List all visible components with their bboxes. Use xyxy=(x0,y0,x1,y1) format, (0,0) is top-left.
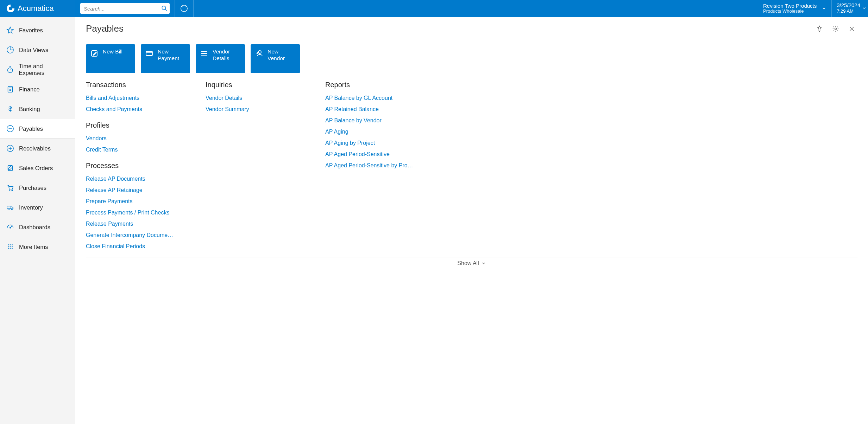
clock-button[interactable] xyxy=(175,0,193,17)
group-title: Processes xyxy=(86,162,191,170)
link[interactable]: Prepare Payments xyxy=(86,196,177,207)
svg-point-21 xyxy=(8,248,9,249)
svg-point-18 xyxy=(8,246,9,248)
sidebar-item-label: Receivables xyxy=(19,145,51,152)
add-user-icon xyxy=(255,49,263,58)
svg-point-27 xyxy=(258,51,261,53)
link[interactable]: Vendor Details xyxy=(206,92,297,104)
grid-icon xyxy=(6,243,14,251)
link[interactable]: AP Aged Period-Sensitive by Pro… xyxy=(325,160,417,171)
group-title: Reports xyxy=(325,81,431,89)
card-icon xyxy=(145,49,153,58)
svg-point-22 xyxy=(10,248,11,249)
plus-circle-icon xyxy=(6,144,14,152)
sidebar-item-time-expenses[interactable]: Time and Expenses xyxy=(0,60,75,79)
minus-circle-icon xyxy=(6,125,14,133)
show-all-toggle[interactable]: Show All xyxy=(86,257,857,271)
link[interactable]: Release AP Retainage xyxy=(86,185,177,196)
search-input[interactable] xyxy=(84,6,161,12)
chevron-down-icon xyxy=(862,6,867,11)
tile-new-bill[interactable]: New Bill xyxy=(86,44,135,73)
link[interactable]: Credit Terms xyxy=(86,144,177,155)
sidebar-item-finance[interactable]: Finance xyxy=(0,79,75,99)
note-icon xyxy=(6,164,14,172)
link[interactable]: Checks and Payments xyxy=(86,104,177,115)
svg-point-10 xyxy=(12,190,13,191)
topbar: Acumatica Revision Two Products Products… xyxy=(0,0,868,17)
sidebar-item-payables[interactable]: Payables xyxy=(0,119,75,139)
link[interactable]: AP Aged Period-Sensitive xyxy=(325,149,417,160)
sidebar: Favorites Data Views Time and Expenses F… xyxy=(0,17,75,424)
link[interactable]: Bills and Adjustments xyxy=(86,92,177,104)
sidebar-item-banking[interactable]: Banking xyxy=(0,99,75,119)
sidebar-item-label: Favorites xyxy=(19,27,43,34)
clock-icon xyxy=(180,5,188,12)
sidebar-item-more[interactable]: More Items xyxy=(0,237,75,257)
gear-icon[interactable] xyxy=(832,25,839,32)
sidebar-item-favorites[interactable]: Favorites xyxy=(0,20,75,40)
sidebar-item-receivables[interactable]: Receivables xyxy=(0,139,75,158)
edit-icon xyxy=(90,49,99,58)
link-column: InquiriesVendor DetailsVendor Summary xyxy=(206,81,311,115)
star-icon xyxy=(6,26,14,34)
pin-icon[interactable] xyxy=(816,25,823,32)
search-icon[interactable] xyxy=(161,5,168,12)
svg-rect-2 xyxy=(11,4,15,8)
brand[interactable]: Acumatica xyxy=(0,0,75,17)
link[interactable]: Release AP Documents xyxy=(86,173,177,185)
sidebar-item-label: Data Views xyxy=(19,47,48,53)
svg-point-13 xyxy=(12,209,13,210)
svg-rect-11 xyxy=(7,206,11,208)
calculator-icon xyxy=(6,85,14,93)
svg-point-12 xyxy=(8,209,10,210)
tile-new-payment[interactable]: New Payment xyxy=(141,44,190,73)
main: Payables New Bill New Payment Vendor Det… xyxy=(75,17,868,424)
sidebar-item-inventory[interactable]: Inventory xyxy=(0,198,75,217)
svg-point-19 xyxy=(10,246,11,248)
search-box[interactable] xyxy=(80,3,170,14)
link[interactable]: AP Aging by Project xyxy=(325,137,417,149)
link[interactable]: Process Payments / Print Checks xyxy=(86,207,177,218)
group-title: Transactions xyxy=(86,81,191,89)
link[interactable]: Vendor Summary xyxy=(206,104,297,115)
sidebar-item-purchases[interactable]: Purchases xyxy=(0,178,75,198)
link[interactable]: AP Aging xyxy=(325,126,417,137)
tiles: New Bill New Payment Vendor Details New … xyxy=(86,44,857,73)
svg-point-23 xyxy=(12,248,13,249)
svg-point-17 xyxy=(12,244,13,245)
tile-label: New Vendor xyxy=(268,49,296,62)
datetime[interactable]: 3/25/2024 7:29 AM xyxy=(832,0,868,17)
svg-rect-26 xyxy=(146,51,152,56)
tenant-selector[interactable]: Revision Two Products Products Wholesale xyxy=(758,0,831,17)
tile-vendor-details[interactable]: Vendor Details xyxy=(196,44,245,73)
sidebar-item-sales-orders[interactable]: Sales Orders xyxy=(0,158,75,178)
sidebar-item-label: More Items xyxy=(19,244,48,250)
link[interactable]: AP Retained Balance xyxy=(325,104,417,115)
stopwatch-icon xyxy=(6,66,14,73)
sidebar-item-label: Inventory xyxy=(19,204,43,211)
link[interactable]: Close Financial Periods xyxy=(86,241,177,252)
link[interactable]: AP Balance by Vendor xyxy=(325,115,417,126)
truck-icon xyxy=(6,204,14,211)
sidebar-item-dashboards[interactable]: Dashboards xyxy=(0,217,75,237)
link[interactable]: AP Balance by GL Account xyxy=(325,92,417,104)
page-head: Payables xyxy=(86,23,857,37)
page-title: Payables xyxy=(86,23,816,34)
sidebar-item-label: Dashboards xyxy=(19,224,50,231)
pie-icon xyxy=(6,46,14,54)
sidebar-item-label: Sales Orders xyxy=(19,165,53,172)
sidebar-item-data-views[interactable]: Data Views xyxy=(0,40,75,60)
link[interactable]: Generate Intercompany Docume… xyxy=(86,230,177,241)
cart-icon xyxy=(6,184,14,192)
tenant-lines: Revision Two Products Products Wholesale xyxy=(763,3,817,14)
gauge-icon xyxy=(6,223,14,231)
close-icon[interactable] xyxy=(848,25,855,32)
link[interactable]: Vendors xyxy=(86,133,177,144)
sidebar-item-label: Banking xyxy=(19,106,40,113)
tile-new-vendor[interactable]: New Vendor xyxy=(251,44,300,73)
brand-text: Acumatica xyxy=(18,4,54,13)
svg-point-24 xyxy=(835,28,837,30)
link[interactable]: Release Payments xyxy=(86,218,177,230)
show-all-label: Show All xyxy=(457,260,479,266)
link-column: ReportsAP Balance by GL AccountAP Retain… xyxy=(325,81,431,171)
